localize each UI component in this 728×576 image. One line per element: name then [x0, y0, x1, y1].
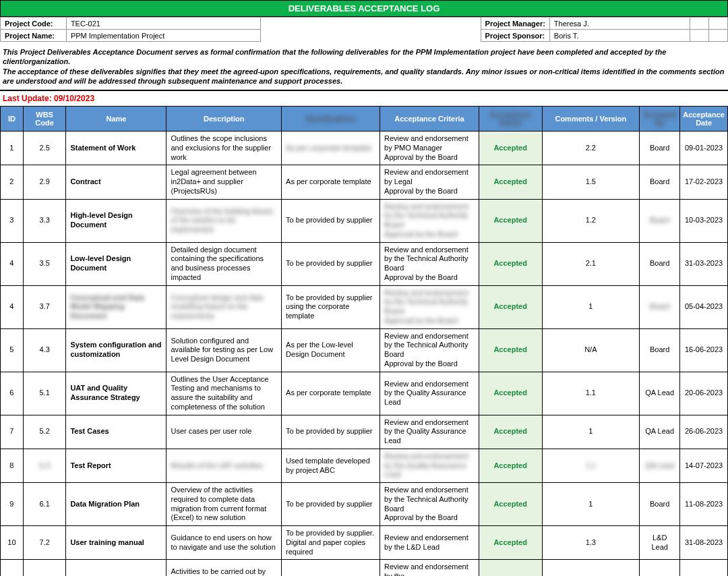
- cell-specifications: As per corporate template: [282, 372, 380, 415]
- cell-comments: 1: [542, 415, 640, 449]
- cell-date: 14-07-2023: [680, 449, 728, 482]
- cell-accepted-by: Board: [640, 483, 680, 526]
- header-accepted-by: Accepted By: [640, 107, 680, 132]
- header-description: Description: [166, 107, 282, 132]
- cell-date: 09-01-2023: [680, 132, 728, 165]
- cell-description: Outlines the User Acceptance Testing and…: [166, 372, 282, 415]
- cell-wbs: 3.3: [23, 199, 66, 242]
- cell-description: Results of the UAT activities: [166, 449, 282, 482]
- table-row: 22.9ContractLegal agreement between in2D…: [1, 165, 728, 199]
- cell-accepted-by: QA Lead: [640, 449, 680, 482]
- meta-table: Project Code: TEC-021 Project Manager: T…: [0, 17, 728, 42]
- cell-date: 31-03-2023: [680, 242, 728, 285]
- header-acceptance-date: Acceptance Date: [680, 107, 728, 132]
- cell-wbs: 5.3: [23, 449, 66, 482]
- cell-comments: 1: [542, 483, 640, 526]
- cell-status: Accepted: [479, 165, 542, 199]
- cell-date: 11-08-2023: [680, 483, 728, 526]
- cell-name: Conceptual and Data Model Mapping Docume…: [66, 285, 166, 328]
- cell-criteria: Review and endorsement by the Quality As…: [380, 415, 479, 449]
- cell-specifications: As per the Low-level Design Document: [282, 328, 380, 372]
- cell-criteria: Review and endorsement by the Quality As…: [380, 449, 479, 482]
- cell-id: 3: [1, 199, 24, 242]
- cell-criteria: Review and endorsement by the Technical …: [380, 285, 479, 328]
- cell-accepted-by: Board: [640, 328, 680, 372]
- cell-specifications: As per corporate template: [282, 132, 380, 165]
- cell-wbs: 2.9: [23, 165, 66, 199]
- cell-comments: 1.3: [542, 526, 640, 560]
- cell-name: Test Cases: [66, 415, 166, 449]
- cell-name: High-level Design Document: [66, 199, 166, 242]
- cell-wbs: [23, 560, 66, 576]
- intro-line-2: The acceptance of these deliverables sig…: [3, 67, 725, 85]
- cell-accepted-by: Board: [640, 165, 680, 199]
- last-update: Last Update: 09/10/2023: [0, 91, 728, 106]
- cell-comments: 1: [542, 285, 640, 328]
- table-header-row: ID WBS Code Name Description Specificati…: [1, 107, 728, 132]
- cell-wbs: 3.5: [23, 242, 66, 285]
- table-row: 75.2Test CasesUser cases per user roleTo…: [1, 415, 728, 449]
- project-code-label: Project Code:: [1, 18, 67, 30]
- cell-date: [680, 560, 728, 576]
- meta-empty-1: [690, 18, 709, 30]
- cell-criteria: Review and endorsement by PMO ManagerApp…: [380, 132, 479, 165]
- cell-id: 4: [1, 242, 24, 285]
- cell-status: Accepted: [479, 449, 542, 482]
- cell-status: [479, 560, 542, 576]
- cell-accepted-by: QA Lead: [640, 372, 680, 415]
- cell-accepted-by: Board: [640, 242, 680, 285]
- cell-name: UAT and Quality Assurance Strategy: [66, 372, 166, 415]
- cell-date: 10-03-2023: [680, 199, 728, 242]
- cell-wbs: 3.7: [23, 285, 66, 328]
- cell-name: User training manual: [66, 526, 166, 560]
- cell-criteria: Review and endorsement by the Quality As…: [380, 372, 479, 415]
- cell-specifications: [282, 560, 380, 576]
- cell-description: Overview of the activities required to c…: [166, 483, 282, 526]
- cell-specifications: To be provided by supplier: [282, 415, 380, 449]
- cell-specifications: As per corporate template: [282, 165, 380, 199]
- cell-id: 1: [1, 132, 24, 165]
- cell-comments: 2.2: [542, 132, 640, 165]
- cell-date: 17-02-2023: [680, 165, 728, 199]
- cell-comments: 1.1: [542, 372, 640, 415]
- cell-description: User cases per user role: [166, 415, 282, 449]
- cell-id: 2: [1, 165, 24, 199]
- cell-criteria: Review and endorsement by LegalApproval …: [380, 165, 479, 199]
- cell-wbs: 2.5: [23, 132, 66, 165]
- cell-status: Accepted: [479, 526, 542, 560]
- project-code-value: TEC-021: [66, 18, 260, 30]
- cell-specifications: To be provided by supplier: [282, 483, 380, 526]
- cell-description: Activities to be carried out by: [166, 560, 282, 576]
- table-row: 107.2User training manualGuidance to end…: [1, 526, 728, 560]
- meta-empty-2: [709, 18, 728, 30]
- cell-id: 7: [1, 415, 24, 449]
- cell-description: Guidance to end users on how to navigate…: [166, 526, 282, 560]
- table-row: 65.1UAT and Quality Assurance StrategyOu…: [1, 372, 728, 415]
- cell-status: Accepted: [479, 132, 542, 165]
- cell-specifications: Used template developed by project ABC: [282, 449, 380, 482]
- cell-comments: 1.5: [542, 165, 640, 199]
- cell-name: Contract: [66, 165, 166, 199]
- table-row: 43.5Low-level Design DocumentDetailed de…: [1, 242, 728, 285]
- table-row: 85.3Test ReportResults of the UAT activi…: [1, 449, 728, 482]
- cell-comments: [542, 560, 640, 576]
- table-row-partial: Activities to be carried out byReview an…: [1, 560, 728, 576]
- header-name: Name: [66, 107, 166, 132]
- intro-line-1: This Project Deliverables Acceptance Doc…: [3, 48, 666, 65]
- cell-description: Overview of the building blocks of the s…: [166, 199, 282, 242]
- log-table: ID WBS Code Name Description Specificati…: [0, 106, 728, 576]
- header-id: ID: [1, 107, 24, 132]
- cell-name: Low-level Design Document: [66, 242, 166, 285]
- cell-accepted-by: Board: [640, 132, 680, 165]
- table-row: 12.5Statement of WorkOutlines the scope …: [1, 132, 728, 165]
- cell-description: Solution configured and available for te…: [166, 328, 282, 372]
- meta-spacer: [260, 18, 481, 30]
- cell-name: Data Migration Plan: [66, 483, 166, 526]
- cell-id: [1, 560, 24, 576]
- header-acceptance-status: Acceptance Status: [479, 107, 542, 132]
- cell-comments: 2.1: [542, 242, 640, 285]
- cell-description: Outlines the scope inclusions and exclus…: [166, 132, 282, 165]
- cell-id: 6: [1, 372, 24, 415]
- cell-name: Test Report: [66, 449, 166, 482]
- cell-wbs: 5.1: [23, 372, 66, 415]
